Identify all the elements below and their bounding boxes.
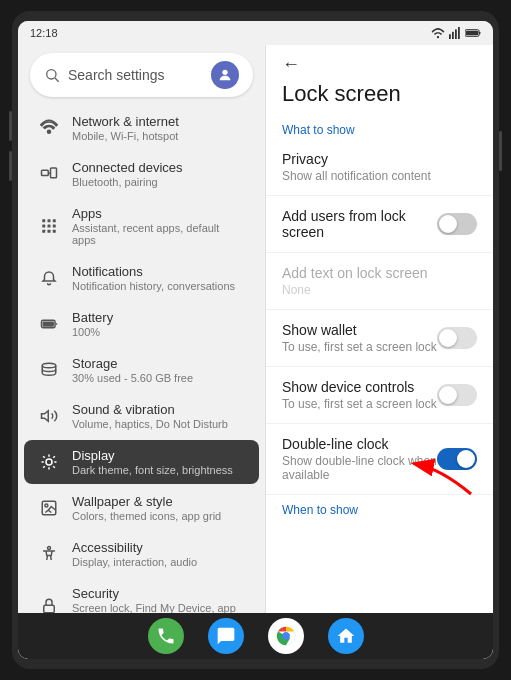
setting-row-privacy[interactable]: Privacy Show all notification content — [266, 141, 493, 193]
setting-row-add-users[interactable]: Add users from lock screen — [266, 198, 493, 250]
battery-sidebar-icon — [38, 313, 60, 335]
connected-devices-text: Connected devices Bluetooth, pairing — [72, 160, 245, 188]
svg-rect-16 — [48, 219, 51, 222]
bottom-nav — [18, 613, 493, 659]
status-icons — [431, 27, 481, 39]
storage-title: Storage — [72, 356, 245, 371]
sidebar-item-battery[interactable]: Battery 100% — [24, 302, 259, 346]
wallpaper-icon — [38, 497, 60, 519]
svg-rect-12 — [42, 170, 49, 175]
double-clock-toggle-thumb — [457, 450, 475, 468]
svg-point-39 — [45, 504, 48, 507]
battery-icon — [465, 28, 481, 38]
divider-3 — [266, 309, 493, 310]
svg-point-40 — [48, 547, 51, 550]
apps-title: Apps — [72, 206, 245, 221]
status-bar: 12:18 — [18, 21, 493, 45]
privacy-setting-desc: Show all notification content — [282, 169, 431, 183]
notifications-title: Notifications — [72, 264, 245, 279]
double-clock-toggle[interactable] — [437, 448, 477, 470]
svg-line-9 — [55, 78, 59, 82]
display-title: Display — [72, 448, 245, 463]
right-panel: ← Lock screen What to show Privacy Show … — [266, 45, 493, 613]
security-subtitle: Screen lock, Find My Device, app securit… — [72, 602, 245, 613]
svg-point-11 — [48, 130, 51, 133]
divider-2 — [266, 252, 493, 253]
svg-rect-41 — [44, 605, 55, 613]
sidebar-item-storage[interactable]: Storage 30% used - 5.60 GB free — [24, 348, 259, 392]
notifications-text: Notifications Notification history, conv… — [72, 264, 245, 292]
chrome-nav-icon[interactable] — [268, 618, 304, 654]
apps-subtitle: Assistant, recent apps, default apps — [72, 222, 245, 246]
svg-point-27 — [42, 363, 56, 368]
section-when-to-show: When to show — [266, 497, 493, 521]
add-users-toggle[interactable] — [437, 213, 477, 235]
display-text: Display Dark theme, font size, brightnes… — [72, 448, 245, 476]
wallpaper-title: Wallpaper & style — [72, 494, 245, 509]
sidebar-item-sound[interactable]: Sound & vibration Volume, haptics, Do No… — [24, 394, 259, 438]
device-controls-name: Show device controls — [282, 379, 437, 395]
svg-rect-23 — [53, 230, 56, 233]
setting-row-double-clock[interactable]: Double-line clock Show double-line clock… — [266, 426, 493, 492]
storage-text: Storage 30% used - 5.60 GB free — [72, 356, 245, 384]
sidebar-item-wallpaper[interactable]: Wallpaper & style Colors, themed icons, … — [24, 486, 259, 530]
sidebar-item-notifications[interactable]: Notifications Notification history, conv… — [24, 256, 259, 300]
panel-title: Lock screen — [266, 81, 493, 117]
wallpaper-text: Wallpaper & style Colors, themed icons, … — [72, 494, 245, 522]
wallet-name: Show wallet — [282, 322, 437, 338]
sidebar-item-security[interactable]: Security Screen lock, Find My Device, ap… — [24, 578, 259, 613]
apps-text: Apps Assistant, recent apps, default app… — [72, 206, 245, 246]
device-controls-text: Show device controls To use, first set a… — [282, 379, 437, 411]
network-subtitle: Mobile, Wi-Fi, hotspot — [72, 130, 245, 142]
svg-line-32 — [43, 456, 45, 458]
add-users-name: Add users from lock screen — [282, 208, 437, 240]
home-nav-icon[interactable] — [328, 618, 364, 654]
back-button[interactable]: ← — [282, 55, 300, 73]
battery-title: Battery — [72, 310, 245, 325]
wallpaper-subtitle: Colors, themed icons, app grid — [72, 510, 245, 522]
security-title: Security — [72, 586, 245, 601]
sidebar-item-connected-devices[interactable]: Connected devices Bluetooth, pairing — [24, 152, 259, 196]
svg-rect-1 — [449, 34, 451, 39]
setting-row-add-text[interactable]: Add text on lock screen None — [266, 255, 493, 307]
device-controls-toggle[interactable] — [437, 384, 477, 406]
device-frame: 12:18 — [12, 11, 499, 669]
wallet-toggle[interactable] — [437, 327, 477, 349]
search-bar[interactable]: Search settings — [30, 53, 253, 97]
svg-point-10 — [222, 70, 227, 75]
svg-rect-18 — [42, 225, 45, 228]
accessibility-subtitle: Display, interaction, audio — [72, 556, 245, 568]
accessibility-title: Accessibility — [72, 540, 245, 555]
network-text: Network & internet Mobile, Wi-Fi, hotspo… — [72, 114, 245, 142]
avatar[interactable] — [211, 61, 239, 89]
svg-line-33 — [53, 466, 55, 468]
add-text-desc: None — [282, 283, 428, 297]
sidebar-item-accessibility[interactable]: Accessibility Display, interaction, audi… — [24, 532, 259, 576]
security-icon — [38, 595, 60, 613]
svg-rect-2 — [452, 32, 454, 39]
double-clock-text: Double-line clock Show double-line clock… — [282, 436, 437, 482]
svg-point-8 — [47, 70, 56, 79]
section-what-to-show: What to show — [266, 117, 493, 141]
volume-up-button[interactable] — [9, 111, 12, 141]
divider-5 — [266, 423, 493, 424]
sound-text: Sound & vibration Volume, haptics, Do No… — [72, 402, 245, 430]
svg-rect-22 — [48, 230, 51, 233]
setting-row-wallet[interactable]: Show wallet To use, first set a screen l… — [266, 312, 493, 364]
add-text-name: Add text on lock screen — [282, 265, 428, 281]
sidebar-item-network[interactable]: Network & internet Mobile, Wi-Fi, hotspo… — [24, 106, 259, 150]
wifi-icon — [431, 27, 445, 39]
svg-rect-19 — [48, 225, 51, 228]
volume-down-button[interactable] — [9, 151, 12, 181]
notifications-icon — [38, 267, 60, 289]
phone-nav-icon[interactable] — [148, 618, 184, 654]
sidebar-item-display[interactable]: Display Dark theme, font size, brightnes… — [24, 440, 259, 484]
sound-icon — [38, 405, 60, 427]
search-input-label: Search settings — [68, 67, 203, 83]
wallet-toggle-thumb — [439, 329, 457, 347]
setting-row-device-controls[interactable]: Show device controls To use, first set a… — [266, 369, 493, 421]
messages-nav-icon[interactable] — [208, 618, 244, 654]
sidebar-item-apps[interactable]: Apps Assistant, recent apps, default app… — [24, 198, 259, 254]
power-button[interactable] — [499, 131, 502, 171]
add-text-text: Add text on lock screen None — [282, 265, 428, 297]
